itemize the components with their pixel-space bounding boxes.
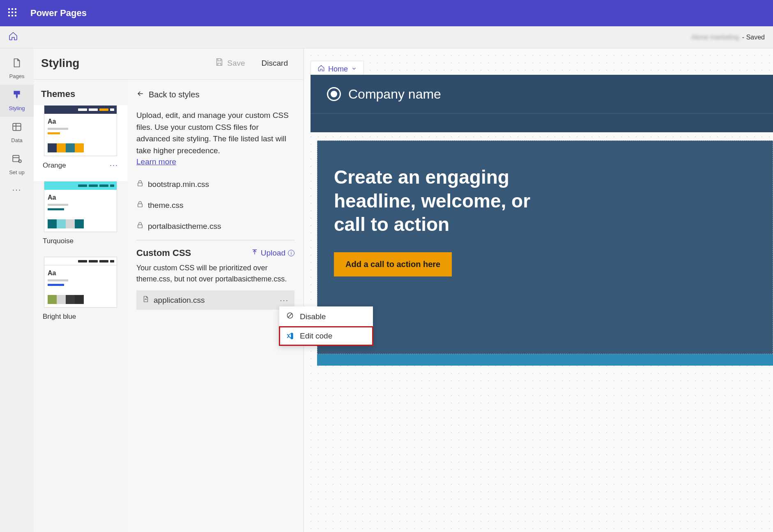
theme-sample-text: Aa xyxy=(48,269,113,277)
preview-company-name: Company name xyxy=(348,87,441,102)
preview-nav-strip xyxy=(311,113,773,132)
chevron-down-icon xyxy=(351,65,357,74)
arrow-left-icon xyxy=(136,90,145,100)
svg-rect-5 xyxy=(138,225,143,228)
theme-card-orange[interactable]: Aa Orange ··· xyxy=(34,105,127,181)
nav-label: Pages xyxy=(9,73,25,79)
lock-icon xyxy=(136,221,144,231)
save-button[interactable]: Save xyxy=(207,54,253,72)
styles-column: Back to styles Upload, edit, and manage … xyxy=(127,80,304,532)
nav-pages[interactable]: Pages xyxy=(0,53,34,85)
locked-file-row[interactable]: theme.css xyxy=(136,195,294,216)
nav-setup[interactable]: Set up xyxy=(0,149,34,181)
preview-logo-icon xyxy=(327,87,341,101)
preview-cta-button[interactable]: Add a call to action here xyxy=(334,252,452,276)
nav-label: Set up xyxy=(9,169,25,175)
svg-rect-4 xyxy=(138,204,143,207)
lock-icon xyxy=(136,180,144,189)
back-label: Back to styles xyxy=(149,90,199,99)
save-label: Save xyxy=(227,59,245,68)
learn-more-link[interactable]: Learn more xyxy=(136,157,176,166)
preview-topbar: Company name xyxy=(311,75,773,113)
discard-button[interactable]: Discard xyxy=(253,55,296,71)
custom-css-header: Custom CSS Upload i xyxy=(136,248,294,258)
styling-header: Styling Save Discard xyxy=(34,48,304,80)
context-disable[interactable]: Disable xyxy=(279,306,373,327)
file-icon xyxy=(142,295,150,305)
setup-icon xyxy=(0,154,34,167)
theme-sample-text: Aa xyxy=(48,118,113,125)
preview: Company name Create an engaging headline… xyxy=(311,75,773,532)
breadcrumb-label: Home xyxy=(328,65,348,74)
disable-icon xyxy=(286,311,294,322)
styles-description: Upload, edit, and manage your custom CSS… xyxy=(136,110,294,157)
discard-label: Discard xyxy=(262,59,288,68)
home-outline-icon xyxy=(317,64,325,74)
themes-title: Themes xyxy=(34,80,127,105)
brand-title: Power Pages xyxy=(30,8,87,18)
canvas: Home Company name Create an engaging hea… xyxy=(304,48,773,532)
upload-link[interactable]: Upload i xyxy=(251,249,294,258)
custom-css-title: Custom CSS xyxy=(136,248,251,258)
context-menu: Disable Edit code xyxy=(279,306,373,345)
theme-more-icon[interactable]: ··· xyxy=(110,161,118,170)
svg-rect-1 xyxy=(13,155,19,161)
theme-label: Turquoise xyxy=(43,237,118,245)
nav-label: Data xyxy=(11,137,22,143)
theme-label: Bright blue xyxy=(43,313,118,321)
file-name: portalbasictheme.css xyxy=(148,222,221,231)
back-to-styles[interactable]: Back to styles xyxy=(136,90,294,100)
preview-hero[interactable]: Create an engaging headline, welcome, or… xyxy=(317,140,773,354)
app-launcher-icon[interactable] xyxy=(8,8,18,18)
preview-headline: Create an engaging headline, welcome, or… xyxy=(334,166,564,237)
context-label: Edit code xyxy=(300,332,332,341)
locked-file-row[interactable]: portalbasictheme.css xyxy=(136,216,294,237)
home-icon[interactable] xyxy=(8,31,18,44)
svg-rect-3 xyxy=(138,183,143,186)
svg-rect-0 xyxy=(13,123,21,130)
data-icon xyxy=(0,122,34,135)
context-label: Disable xyxy=(300,312,326,321)
vscode-icon xyxy=(286,332,294,340)
more-icon[interactable]: ··· xyxy=(280,296,289,305)
theme-sample-text: Aa xyxy=(48,194,113,201)
nav-data[interactable]: Data xyxy=(0,117,34,149)
context-edit-code[interactable]: Edit code xyxy=(279,327,373,345)
main: Pages Styling Data Set up ··· Styling Sa… xyxy=(0,48,773,532)
styling-title: Styling xyxy=(41,57,207,70)
theme-label: Orange xyxy=(43,161,110,170)
subbar: Akme marketing - Saved xyxy=(0,26,773,48)
saved-status: - Saved xyxy=(742,34,765,41)
nav-label: Styling xyxy=(9,105,25,111)
styling-panel: Styling Save Discard Themes xyxy=(34,48,304,532)
upload-icon xyxy=(251,249,258,258)
left-nav: Pages Styling Data Set up ··· xyxy=(0,48,34,532)
preview-footer-strip xyxy=(317,354,773,366)
site-name: Akme marketing xyxy=(691,34,739,41)
theme-card-brightblue[interactable]: Aa Bright blue xyxy=(34,257,127,332)
brush-icon xyxy=(0,90,34,103)
custom-file-name: application.css xyxy=(154,296,205,305)
info-icon[interactable]: i xyxy=(288,250,294,256)
nav-styling[interactable]: Styling xyxy=(0,85,34,117)
save-icon xyxy=(215,58,224,69)
file-name: theme.css xyxy=(148,201,184,210)
theme-card-turquoise[interactable]: Aa Turquoise xyxy=(34,181,127,257)
page-icon xyxy=(0,58,34,71)
upload-label: Upload xyxy=(261,249,285,258)
file-name: bootstrap.min.css xyxy=(148,180,209,189)
topbar: Power Pages xyxy=(0,0,773,26)
locked-file-row[interactable]: bootstrap.min.css xyxy=(136,174,294,195)
lock-icon xyxy=(136,200,144,210)
custom-css-description: Your custom CSS will be prioritized over… xyxy=(136,263,294,285)
custom-file-row[interactable]: application.css ··· xyxy=(136,290,294,310)
nav-more[interactable]: ··· xyxy=(12,185,22,194)
themes-column: Themes Aa xyxy=(34,80,127,532)
